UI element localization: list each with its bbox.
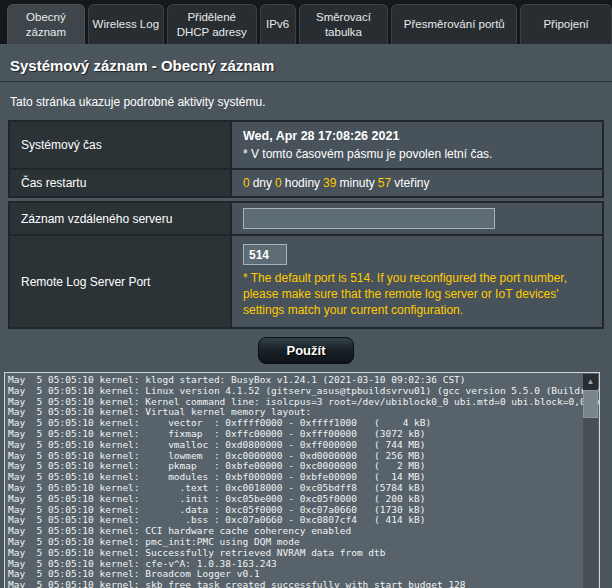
scrollbar-thumb[interactable] bbox=[583, 390, 598, 418]
remote-server-input[interactable] bbox=[243, 208, 495, 229]
uptime-cell: 0dny0hodiny39minuty57vteřiny bbox=[231, 169, 603, 197]
table-row: Remote Log Server Port * The default por… bbox=[9, 235, 603, 328]
remote-server-cell bbox=[231, 202, 603, 235]
tab-routing-table[interactable]: Směrovací tabulka bbox=[299, 4, 389, 44]
page-description: Tato stránka ukazuje podrobné aktivity s… bbox=[0, 82, 612, 120]
remote-port-cell: * The default port is 514. If you reconf… bbox=[231, 235, 603, 328]
tab-label: Wireless Log bbox=[93, 17, 159, 32]
scroll-up-icon[interactable]: ▲ bbox=[583, 374, 598, 390]
system-log-text[interactable]: May 5 05:05:10 kernel: klogd started: Bu… bbox=[5, 373, 599, 588]
tab-label: IPv6 bbox=[266, 17, 289, 32]
remote-log-settings-table: Záznam vzdáleného serveru Remote Log Ser… bbox=[8, 201, 604, 329]
tab-general-log[interactable]: Obecný záznam bbox=[7, 4, 85, 44]
uptime-label: Čas restartu bbox=[9, 169, 231, 197]
system-info-table: Systémový čas Wed, Apr 28 17:08:26 2021 … bbox=[8, 120, 604, 198]
system-time-label: Systémový čas bbox=[9, 121, 231, 169]
tab-label: Přesměrování portů bbox=[404, 17, 505, 32]
button-row: Použít bbox=[0, 329, 612, 368]
remote-port-input[interactable] bbox=[243, 244, 287, 265]
tab-ipv6[interactable]: IPv6 bbox=[260, 4, 296, 44]
remote-port-note: * The default port is 514. If you reconf… bbox=[243, 267, 594, 322]
log-scrollbar[interactable]: ▲ bbox=[583, 374, 598, 588]
page-title: Systémový záznam - Obecný záznam bbox=[10, 57, 602, 74]
system-time-value: Wed, Apr 28 17:08:26 2021 bbox=[243, 127, 594, 147]
table-row: Čas restartu 0dny0hodiny39minuty57vteřin… bbox=[9, 169, 603, 197]
tab-label: Připojení bbox=[543, 17, 588, 32]
system-log-viewer: May 5 05:05:10 kernel: klogd started: Bu… bbox=[4, 372, 600, 588]
remote-port-label: Remote Log Server Port bbox=[9, 235, 231, 328]
remote-server-label: Záznam vzdáleného serveru bbox=[9, 202, 231, 235]
log-tab-bar: Obecný záznam Wireless Log Přidělené DHC… bbox=[0, 0, 612, 44]
daylight-saving-note: * V tomto časovém pásmu je povolen letní… bbox=[243, 147, 594, 163]
uptime-value: 0dny0hodiny39minuty57vteřiny bbox=[243, 176, 433, 190]
table-row: Systémový čas Wed, Apr 28 17:08:26 2021 … bbox=[9, 121, 603, 169]
tab-label: Přidělené DHCP adresy bbox=[170, 10, 254, 40]
tab-dhcp-leases[interactable]: Přidělené DHCP adresy bbox=[167, 4, 257, 44]
tab-port-forwarding[interactable]: Přesměrování portů bbox=[391, 4, 517, 44]
tab-label: Obecný záznam bbox=[10, 10, 82, 40]
system-time-cell: Wed, Apr 28 17:08:26 2021 * V tomto časo… bbox=[231, 121, 603, 169]
apply-button[interactable]: Použít bbox=[258, 337, 354, 364]
tab-label: Směrovací tabulka bbox=[302, 10, 386, 40]
table-row: Záznam vzdáleného serveru bbox=[9, 202, 603, 235]
tab-wireless-log[interactable]: Wireless Log bbox=[88, 4, 164, 44]
tab-connections[interactable]: Připojení bbox=[520, 4, 612, 44]
page-header: Systémový záznam - Obecný záznam bbox=[0, 44, 612, 82]
